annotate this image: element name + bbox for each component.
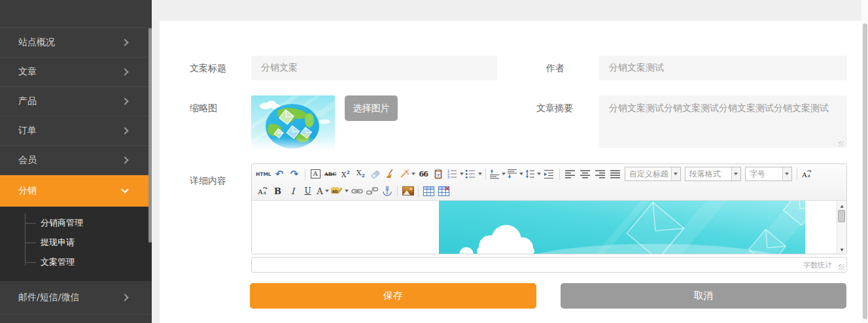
sidebar-item-label: 分销	[18, 185, 37, 197]
chevron-down-icon[interactable]	[782, 167, 791, 180]
sidebar-item-label: 产品	[18, 95, 37, 107]
sidebar-item-orders[interactable]: 订单	[0, 116, 152, 146]
letter-case-icon[interactable]: Aa	[801, 167, 814, 181]
toolbar-separator	[797, 169, 797, 180]
italic-icon[interactable]: I	[286, 184, 300, 198]
sidebar-scrollbar-thumb[interactable]	[148, 28, 152, 243]
chevron-down-icon	[478, 173, 482, 175]
align-justify-icon[interactable]	[608, 167, 622, 181]
insert-table-icon[interactable]	[422, 184, 436, 198]
save-button[interactable]: 保存	[250, 283, 536, 309]
chevron-down-icon	[345, 190, 349, 192]
line-height-icon[interactable]	[525, 167, 541, 181]
align-right-icon[interactable]	[593, 167, 607, 181]
author-input[interactable]	[599, 56, 847, 80]
paragraph-space-bottom-icon[interactable]	[507, 167, 523, 181]
letter-case-2-icon[interactable]: Aa	[256, 184, 269, 198]
scroll-up-icon[interactable]: ▲	[837, 201, 846, 209]
sidebar-item-articles[interactable]: 文章	[0, 58, 152, 87]
delete-table-icon[interactable]	[437, 184, 451, 198]
sidebar-partial-item	[0, 314, 152, 320]
toolbar-row-2: AaBIUAab	[255, 182, 843, 199]
blockquote-icon[interactable]: 66	[417, 167, 430, 181]
redo-icon[interactable]: ↷	[288, 167, 302, 181]
page-scrollbar[interactable]	[861, 0, 868, 323]
thumbnail-label: 缩略图	[190, 103, 217, 114]
sidebar-item-label: 站点概况	[18, 37, 55, 48]
editor-scrollbar[interactable]: ▲ ▼	[837, 201, 846, 254]
chevron-down-icon[interactable]	[671, 167, 680, 180]
chevron-down-icon	[411, 173, 415, 175]
page-scrollbar-thumb[interactable]	[863, 24, 867, 319]
sidebar-item-distribution[interactable]: 分销	[0, 175, 152, 207]
editor-content-area[interactable]: ▲ ▼	[252, 201, 846, 254]
svg-text:a: a	[264, 190, 266, 196]
scroll-down-icon[interactable]: ▼	[837, 245, 846, 253]
subscript-icon[interactable]: X2	[354, 167, 368, 181]
chevron-right-icon	[121, 97, 128, 105]
undo-icon[interactable]: ↶	[273, 167, 286, 181]
custom-title-select[interactable]: 自定义标题	[625, 167, 681, 181]
align-left-icon[interactable]	[563, 167, 577, 181]
chevron-right-icon	[121, 294, 128, 301]
strikethrough-icon[interactable]: ABC	[324, 167, 338, 181]
sidebar-submenu: 分销商管理提现申请文案管理	[0, 207, 152, 281]
thumbnail-image	[251, 95, 335, 150]
content-label: 详细内容	[190, 175, 226, 187]
title-input[interactable]	[251, 56, 497, 80]
custom-title-select-label: 自定义标题	[625, 169, 671, 180]
editor-resize-grip[interactable]	[839, 264, 844, 270]
content-banner-image	[439, 201, 805, 254]
indent-icon[interactable]	[542, 167, 556, 181]
svg-text:T: T	[437, 173, 440, 178]
cancel-button[interactable]: 取消	[561, 283, 846, 309]
link-icon[interactable]	[350, 184, 364, 198]
svg-text:A: A	[258, 188, 263, 196]
toolbar-separator	[559, 169, 560, 180]
paragraph-format-select-label: 段落格式	[686, 169, 723, 180]
sidebar-menu: 站点概况文章产品订单会员分销	[0, 28, 152, 207]
summary-resize-grip[interactable]	[839, 141, 844, 146]
sidebar-subitem-withdrawal-request[interactable]: 提现申请	[0, 233, 152, 252]
chevron-down-icon[interactable]	[731, 167, 740, 180]
font-border-icon[interactable]: A	[309, 167, 322, 181]
paste-text-icon[interactable]: T	[432, 167, 445, 181]
svg-text:ab: ab	[332, 188, 338, 194]
font-size-select[interactable]: 字号	[745, 167, 792, 181]
word-count-label: 字数统计	[803, 260, 832, 270]
unordered-list-icon[interactable]	[465, 167, 482, 181]
format-brush-icon[interactable]	[384, 167, 398, 181]
ordered-list-icon[interactable]: 123	[447, 167, 464, 181]
font-color-icon[interactable]: A	[316, 184, 330, 198]
align-center-icon[interactable]	[578, 167, 592, 181]
editor-scrollbar-thumb[interactable]	[838, 210, 845, 222]
format-clear-icon[interactable]	[369, 167, 383, 181]
sidebar-item-label: 订单	[18, 125, 37, 137]
summary-textarea[interactable]: 分销文案测试分销文案测试分销文案测试分销文案测试	[599, 95, 847, 148]
sidebar-item-label: 文章	[18, 66, 37, 78]
sidebar-item-members[interactable]: 会员	[0, 146, 152, 175]
sidebar-item-site-overview[interactable]: 站点概况	[0, 28, 152, 58]
choose-image-button[interactable]: 选择图片	[345, 95, 398, 121]
highlight-icon[interactable]: ab	[331, 184, 349, 198]
chevron-right-icon	[121, 156, 128, 163]
svg-text:A: A	[802, 171, 807, 178]
paragraph-space-top-icon[interactable]	[489, 167, 506, 181]
editor-toolbar: HTML↶↷AABCX2X266T123自定义标题段落格式字号Aa AaBIUA…	[252, 164, 846, 201]
sidebar-item-products[interactable]: 产品	[0, 87, 152, 116]
chevron-down-icon	[519, 173, 523, 175]
superscript-icon[interactable]: X2	[339, 167, 353, 181]
paragraph-format-select[interactable]: 段落格式	[685, 167, 741, 181]
underline-icon[interactable]: U	[301, 184, 315, 198]
insert-image-icon[interactable]	[401, 184, 415, 198]
sidebar-subitem-distributor-management[interactable]: 分销商管理	[0, 213, 152, 233]
bold-icon[interactable]: B	[271, 184, 285, 198]
toolbar-separator	[485, 169, 486, 180]
editor-box: HTML↶↷AABCX2X266T123自定义标题段落格式字号Aa AaBIUA…	[251, 163, 847, 254]
html-source-icon[interactable]: HTML	[256, 167, 271, 181]
sidebar-item-mail-sms-wechat[interactable]: 邮件/短信/微信	[0, 281, 152, 314]
sidebar-subitem-copywriting-management[interactable]: 文案管理	[0, 252, 152, 272]
auto-typeset-icon[interactable]	[399, 167, 415, 181]
anchor-icon[interactable]	[380, 184, 394, 198]
unlink-icon[interactable]	[365, 184, 379, 198]
